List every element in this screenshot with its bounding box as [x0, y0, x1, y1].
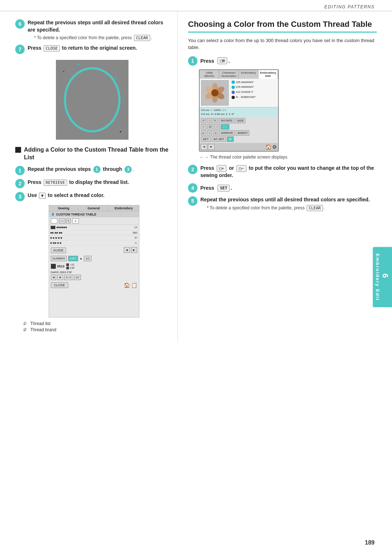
- sub-step-2-suffix: to display the thread list.: [69, 179, 129, 185]
- tt-row-3: ■ ■ ■ ■ ■ 5*: [49, 235, 139, 241]
- right-step-4-bubble: 4: [188, 183, 197, 193]
- set-btn-screen[interactable]: SET: [201, 136, 211, 142]
- palette-screen: UtilityStitches Character/Numeration Emb…: [199, 69, 279, 152]
- sub-step-1-through: through: [103, 166, 122, 172]
- btn-sw[interactable]: ↙: [201, 130, 206, 136]
- tab-character[interactable]: Character/Numeration: [219, 70, 239, 79]
- step-6-row: 6 Repeat the previous steps until all de…: [15, 19, 169, 41]
- embroidery-grid-button[interactable]: □⊞: [217, 57, 227, 64]
- tab-utility[interactable]: UtilityStitches: [200, 70, 219, 79]
- clear-button-right[interactable]: CLEAR: [307, 205, 323, 211]
- number-btn[interactable]: NUMBER: [51, 256, 67, 261]
- right-tab-number: 6: [380, 253, 390, 298]
- step-6-content: Repeat the previous steps until all desi…: [28, 19, 169, 41]
- step-7-bubble: 7: [15, 45, 25, 54]
- right-step-1-row: 1 Press □⊞ .: [188, 56, 377, 66]
- screen-note: → → The thread color palette screen disp…: [199, 155, 377, 160]
- thread-table-image: Sewing General Embroidery 🧵 CUSTOM THREA…: [49, 205, 139, 317]
- step-7-suffix: to return to the original screen.: [62, 45, 137, 51]
- right-step-2-content: Press □+ or □− to put the color you want…: [200, 165, 377, 179]
- tt-tab-general: General: [79, 205, 109, 211]
- page-number: 189: [365, 539, 375, 546]
- right-tab-label: Embroidery Edit: [375, 253, 380, 300]
- tt-nav-btns: ◄ ►: [124, 247, 137, 253]
- step-7-row: 7 Press CLOSE to return to the original …: [15, 45, 169, 54]
- set-button[interactable]: SET: [217, 185, 230, 192]
- sub-step-2-press: Press: [28, 179, 41, 185]
- prev-btn[interactable]: ◄: [201, 144, 207, 150]
- tab-embroidery[interactable]: Embroidery: [239, 70, 258, 79]
- tt-row-4: ■ ■■ ■ ■ n.: [49, 241, 139, 246]
- btn-down[interactable]: ↓: [207, 130, 212, 136]
- step-6-bubble: 6: [15, 19, 25, 29]
- clear-button-left[interactable]: CLEAR: [134, 35, 150, 41]
- palette-btn-area: ↗ ↑ ↖ ROTATE SIZE ← ⊡ → ↕↔ ↙ ↓: [200, 117, 278, 143]
- sub-step-2-row: 2 Press RETRIEVE to display the thread l…: [15, 179, 169, 188]
- color-minus-button[interactable]: □−: [236, 165, 246, 172]
- annot-btn[interactable]: ANNOT: [236, 130, 249, 136]
- subsection-heading: Adding a Color to the Custom Thread Tabl…: [15, 146, 169, 161]
- btn-up[interactable]: ↑: [207, 118, 212, 123]
- next-btn[interactable]: ►: [208, 144, 215, 150]
- btn-hflip[interactable]: ↕↔: [221, 124, 229, 130]
- tt-controls: −− + ≡: [49, 217, 139, 225]
- color-plus-button[interactable]: □+: [217, 165, 226, 172]
- grid-btn-screen[interactable]: ⊞: [227, 136, 234, 142]
- palette-left-panel: [201, 80, 230, 106]
- settings-icon-screen[interactable]: ⚙: [272, 144, 277, 150]
- color-dot-2: [232, 86, 235, 89]
- right-step-4-row: 4 Press SET .: [188, 183, 377, 193]
- thread-table-container: Sewing General Embroidery 🧵 CUSTOM THREA…: [19, 205, 169, 332]
- step1-period: .: [228, 58, 230, 64]
- btn-ne[interactable]: ↖: [213, 118, 218, 123]
- rotate-btn[interactable]: ROTATE: [219, 118, 234, 123]
- retrieve-button[interactable]: RETRIEVE: [44, 180, 67, 186]
- size-btn[interactable]: SIZE: [235, 118, 245, 123]
- ac-set-btn[interactable]: AC SET: [212, 136, 226, 142]
- btn-center-h[interactable]: ⊡: [207, 124, 213, 130]
- sub-step-1-row: 1 Repeat the previous steps 1 through 3.: [15, 166, 169, 175]
- right-column: Choosing a Color from the Custom Thread …: [178, 11, 392, 341]
- palette-color-list: 025 AMARAN* 078 AMARAN* 413 SHADE P: [232, 80, 277, 106]
- flower-svg: [204, 82, 226, 104]
- list-btn[interactable]: LIST: [68, 256, 78, 261]
- tt-tab-sewing: Sewing: [49, 205, 79, 211]
- right-step-5-content: Repeat the previous steps until all desi…: [200, 196, 377, 211]
- right-step-1-press: Press: [200, 58, 214, 64]
- step-7-press: Press: [28, 45, 41, 51]
- palette-nav: ◄ ► 🏠 ⚙: [200, 143, 278, 151]
- btn-row-4: SET AC SET ⊞: [201, 136, 277, 142]
- home-icon-screen[interactable]: 🏠: [265, 144, 271, 150]
- tt-checkbox[interactable]: [51, 218, 57, 223]
- sub-step-2-content: Press RETRIEVE to display the thread lis…: [28, 179, 169, 186]
- right-step-2-bubble: 2: [188, 165, 197, 174]
- palette-tabs: UtilityStitches Character/Numeration Emb…: [200, 70, 278, 79]
- tab-embroidery-edit[interactable]: EmbroideryEdit: [258, 70, 278, 79]
- down-arrow-button[interactable]: ▼: [39, 193, 46, 199]
- color-dot-3: [232, 91, 235, 94]
- page: EDITING PATTERNS 6 Repeat the previous s…: [0, 0, 392, 554]
- step-6-note: * To delete a specified color from the p…: [34, 35, 169, 41]
- mirror-btn[interactable]: MIRROR: [219, 130, 235, 136]
- right-step-5-title: Repeat the previous steps until all desi…: [200, 196, 377, 204]
- btn-se[interactable]: ↘: [213, 130, 218, 136]
- close-btn-tt[interactable]: CLOSE: [51, 282, 69, 288]
- btn-row-3: ↙ ↓ ↘ MIRROR ANNOT: [201, 130, 277, 136]
- btn-nw[interactable]: ↗: [201, 118, 206, 123]
- btn-left[interactable]: ←: [201, 124, 207, 130]
- close-button[interactable]: CLOSE: [44, 45, 60, 52]
- tt-row-1: ■■■■■■ 14: [49, 225, 139, 230]
- step-7-content: Press CLOSE to return to the original sc…: [28, 45, 169, 52]
- right-step-2-row: 2 Press □+ or □− to put the color you wa…: [188, 165, 377, 179]
- page-header: EDITING PATTERNS: [0, 0, 392, 11]
- step-6-title: Repeat the previous steps until all desi…: [28, 19, 169, 33]
- left-column: 6 Repeat the previous steps until all de…: [0, 11, 178, 341]
- palette-flower-image: [201, 80, 229, 106]
- tt-number-list: NUMBER LIST ▲ 1/1: [49, 255, 139, 262]
- tt-color-row: 0513 ⬛ −2C ⬛ C3F: [51, 263, 137, 270]
- guide-button[interactable]: GUIDE: [51, 247, 66, 253]
- btn-right[interactable]: →: [214, 124, 220, 130]
- sub-step-1-content: Repeat the previous steps 1 through 3.: [28, 166, 169, 173]
- right-step-2-press: Press: [200, 165, 214, 171]
- tt-stepper: −− +: [59, 218, 71, 223]
